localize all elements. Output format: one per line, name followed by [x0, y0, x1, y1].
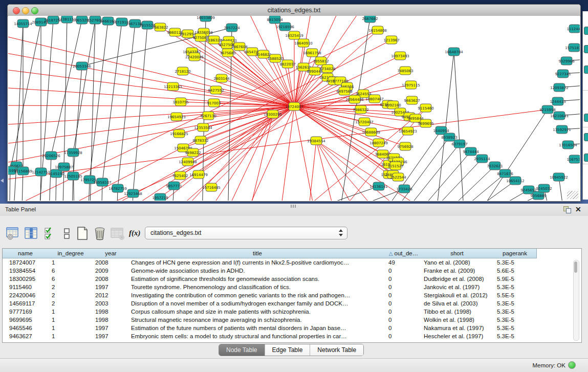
table-cell[interactable]: 2008	[95, 275, 127, 283]
table-cell[interactable]: 2	[52, 291, 92, 299]
table-cell[interactable]: 5.3E-5	[497, 332, 535, 340]
table-settings-icon[interactable]	[6, 226, 19, 240]
graph-node[interactable]: 8471676	[497, 169, 513, 178]
graph-node[interactable]: 8267130	[200, 112, 216, 120]
graph-node[interactable]: 1733426	[396, 185, 412, 193]
graph-node[interactable]: 12975115	[402, 81, 420, 89]
table-cell[interactable]: 18724007	[9, 258, 47, 267]
graph-node[interactable]: 8427552	[208, 86, 224, 94]
graph-edge[interactable]	[8, 106, 294, 146]
graph-node[interactable]: 7986322	[353, 105, 368, 114]
graph-node[interactable]: 3675685	[220, 49, 235, 57]
graph-node[interactable]: 12505185	[64, 172, 82, 180]
table-cell[interactable]: 0	[388, 283, 420, 291]
table-cell[interactable]: Tibbo et al. (1998)	[424, 308, 492, 316]
table-cell[interactable]: 2	[52, 283, 92, 291]
table-cell[interactable]: 18300295	[9, 275, 47, 283]
graph-edge[interactable]	[10, 22, 41, 170]
column-header-name[interactable]: name	[3, 249, 49, 258]
graph-node[interactable]: 12409948	[179, 158, 197, 166]
table-cell[interactable]: Yano et al. (2008)	[424, 258, 492, 267]
graph-node[interactable]: 7485063	[397, 67, 413, 75]
graph-node[interactable]: 12093872	[550, 83, 569, 92]
graph-edge[interactable]	[203, 106, 294, 127]
graph-node[interactable]: 12142757	[32, 168, 50, 176]
table-cell[interactable]: 9777169	[9, 308, 47, 316]
table-cell[interactable]: 6	[52, 275, 92, 283]
table-cell[interactable]: 14569117	[9, 299, 47, 308]
graph-node[interactable]: 15751874	[565, 43, 580, 52]
graph-node[interactable]: 1957219	[152, 193, 168, 201]
table-cell[interactable]: 9463627	[9, 332, 47, 340]
table-cell[interactable]: 5.5E-5	[497, 291, 535, 299]
table-cell[interactable]: Genome-wide association studies in ADHD.	[131, 267, 385, 275]
table-row[interactable]: 946554611997Estimation of the future num…	[3, 324, 581, 332]
table-cell[interactable]: 1	[52, 332, 92, 340]
table-row[interactable]: 2242004622012Investigating the contribut…	[3, 291, 581, 299]
graph-edge[interactable]	[9, 170, 10, 201]
graph-node[interactable]: 8813054	[267, 16, 283, 24]
table-cell[interactable]: 5.3E-5	[497, 316, 535, 324]
graph-node[interactable]: 7632621	[487, 162, 503, 170]
table-cell[interactable]: Estimation of the future numbers of pati…	[131, 324, 385, 332]
float-panel-icon[interactable]	[563, 206, 571, 213]
graph-node[interactable]: 9115460	[418, 104, 433, 112]
graph-node[interactable]: 9474444	[463, 147, 479, 156]
graph-edge[interactable]	[21, 171, 23, 201]
table-cell[interactable]: de Silva et al. (2003)	[424, 299, 492, 308]
table-row[interactable]: 977716911998Corpus callosum shape and si…	[3, 308, 581, 316]
function-builder-icon[interactable]: f(x)	[129, 228, 142, 243]
table-cell[interactable]: 0	[388, 332, 420, 340]
table-cell[interactable]: 5.3E-5	[497, 283, 535, 291]
graph-node[interactable]: 16033809	[197, 16, 215, 21]
window-resize-grip[interactable]	[567, 191, 578, 199]
graph-edge[interactable]	[49, 156, 51, 201]
table-cell[interactable]: Wolkin et al. (1998)	[424, 316, 492, 324]
table-cell[interactable]: 5.9E-5	[497, 275, 535, 283]
graph-edge[interactable]	[64, 19, 67, 167]
graph-node[interactable]: 17359928	[64, 148, 82, 157]
graph-node[interactable]: 15716485	[202, 183, 221, 191]
table-cell[interactable]: 0	[388, 275, 420, 283]
graph-edge[interactable]	[246, 114, 273, 201]
graph-node[interactable]: 1112443	[567, 25, 580, 33]
table-cell[interactable]: 6	[52, 267, 92, 275]
table-cell[interactable]: 9465546	[9, 324, 47, 332]
table-cell[interactable]: Stergiakouli et al. (2012)	[424, 291, 492, 299]
tab-edge-table[interactable]: Edge Table	[265, 344, 310, 356]
row-checks-icon[interactable]	[44, 226, 57, 240]
table-cell[interactable]: 1998	[95, 316, 127, 324]
table-cell[interactable]: Estimation of significance thresholds fo…	[131, 275, 385, 283]
table-cell[interactable]: 1997	[95, 324, 127, 332]
table-cell[interactable]: 2	[52, 299, 92, 308]
graph-node[interactable]: 8878332	[192, 136, 208, 144]
graph-node[interactable]: 19654923	[167, 113, 186, 121]
table-cell[interactable]: Structural magnetic resonance image aver…	[131, 316, 385, 324]
graph-node[interactable]: 1588520	[267, 54, 283, 62]
table-cell[interactable]: 9115460	[9, 283, 47, 291]
table-row[interactable]: 1830029562008Estimation of significance …	[3, 275, 581, 283]
graph-node[interactable]: 14055714	[14, 19, 32, 28]
graph-node[interactable]: 9756928	[397, 142, 413, 150]
table-cell[interactable]: Investigating the contribution of common…	[131, 291, 385, 299]
graph-edge[interactable]	[73, 66, 82, 176]
graph-edge[interactable]	[419, 159, 482, 201]
graph-node[interactable]: 1213967	[383, 36, 399, 44]
table-cell[interactable]: Hescheler et al. (1997)	[424, 332, 492, 340]
table-cell[interactable]: 1	[52, 308, 92, 316]
table-cell[interactable]: 19384554	[9, 267, 47, 275]
table-cell[interactable]: Changes of HCN gene expression and I(f) …	[131, 258, 385, 267]
graph-edge[interactable]	[307, 141, 316, 201]
graph-edge[interactable]	[8, 49, 294, 106]
table-cell[interactable]: 0	[388, 299, 420, 308]
table-row[interactable]: 969969511998Structural magnetic resonanc…	[3, 316, 581, 324]
graph-node[interactable]: 1167532	[567, 155, 580, 163]
table-cell[interactable]: 49	[388, 258, 420, 267]
graph-node[interactable]: 14136141	[369, 182, 388, 190]
hide-rows-icon[interactable]	[62, 226, 76, 240]
graph-edge[interactable]	[8, 31, 294, 106]
table-row[interactable]: 946362711997Embryonic stem cells: a mode…	[3, 332, 581, 340]
table-cell[interactable]: 2009	[95, 267, 127, 275]
table-row[interactable]: 1872400712008Changes of HCN gene express…	[3, 258, 581, 267]
graph-node[interactable]: 9857771	[166, 182, 182, 190]
